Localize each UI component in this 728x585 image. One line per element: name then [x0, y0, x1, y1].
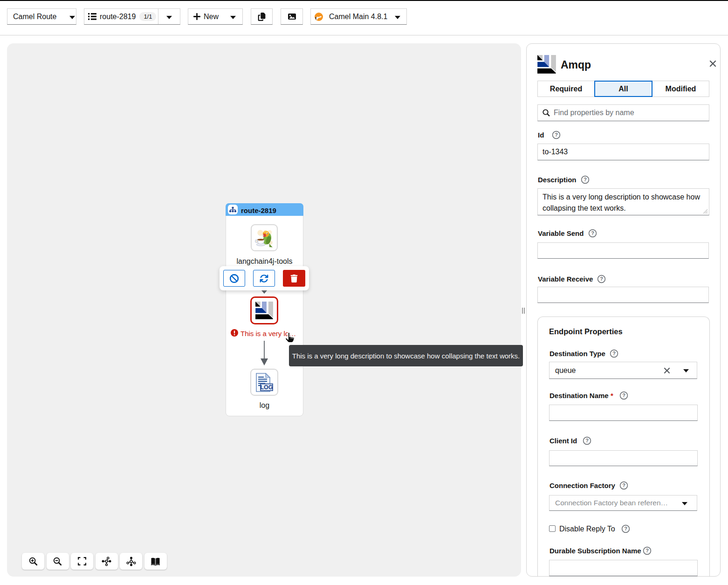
svg-text:?: ?: [555, 132, 558, 138]
svg-text:?: ?: [612, 351, 616, 356]
svg-text:?: ?: [622, 482, 625, 488]
svg-text:?: ?: [624, 526, 627, 531]
svg-text:?: ?: [622, 392, 625, 398]
svg-text:LOG: LOG: [260, 384, 273, 391]
svg-text:?: ?: [585, 438, 589, 443]
svg-text:?: ?: [600, 276, 603, 282]
svg-text:?: ?: [591, 230, 594, 236]
svg-text:?: ?: [646, 548, 649, 553]
svg-text:?: ?: [584, 177, 587, 182]
